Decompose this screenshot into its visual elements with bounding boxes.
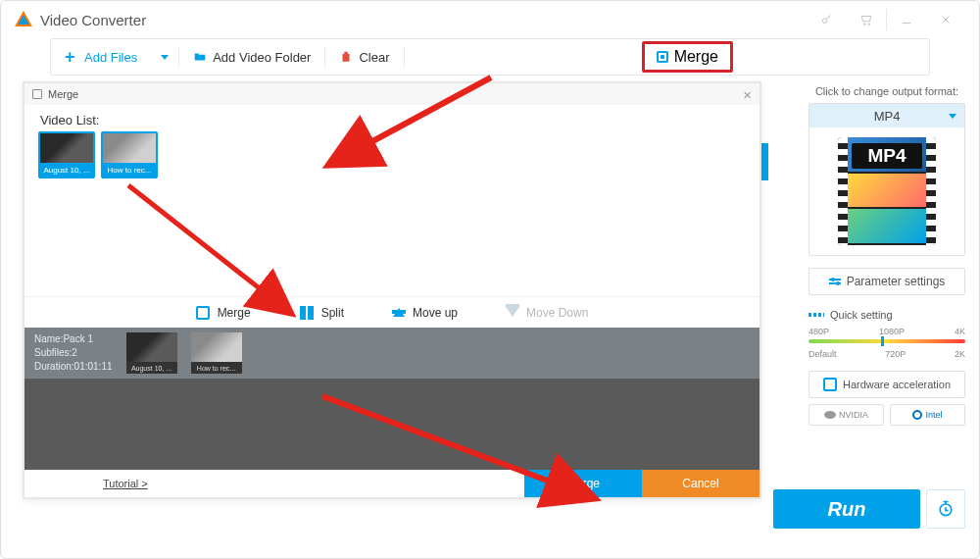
add-folder-label: Add Video Folder [213,50,311,65]
chevron-down-icon [949,114,956,119]
app-title: Video Converter [40,12,146,28]
video-list-area: August 10, ... How to rec... [24,131,760,296]
add-files-label: Add Files [84,50,137,65]
titlebar: Video Converter [1,1,979,38]
svg-point-0 [822,19,827,24]
clear-button[interactable]: Clear [325,39,403,75]
merge-icon-small [32,89,42,99]
param-label: Parameter settings [847,275,946,288]
merge-dialog: Merge × Video List: August 10, ... How t… [23,81,761,499]
schedule-button[interactable] [926,489,965,529]
hw-label: Hardware acceleration [843,379,951,390]
minimize-icon[interactable] [887,1,926,38]
format-name: MP4 [874,109,901,124]
trash-icon [339,50,353,64]
format-header[interactable]: MP4 [809,104,964,127]
run-button[interactable]: Run [773,489,920,529]
chip-icon [823,378,837,391]
thumbnail-image [103,133,156,163]
intel-icon [912,410,922,420]
pack-info: Name:Pack 1 Subfiles:2 Duration:01:01:11 [34,332,113,374]
app-logo-icon [15,11,32,28]
pack-thumb[interactable]: How to rec... [191,332,242,374]
dialog-close-icon[interactable]: × [743,86,752,103]
video-list-label: Video List: [24,105,760,131]
cart-icon[interactable] [847,1,886,38]
format-thumbnail: MP4 [809,127,964,255]
merge-button-highlighted[interactable]: Merge [642,41,733,73]
resolution-row-1: 480P1080P4K [808,327,965,336]
gpu-nvidia[interactable]: NVIDIA [808,404,884,426]
video-thumb[interactable]: August 10, ... [38,131,95,178]
key-icon[interactable] [808,1,847,38]
action-split[interactable]: Split [300,306,344,320]
hardware-accel-button[interactable]: Hardware acceleration [808,371,965,398]
clear-label: Clear [359,50,389,65]
resolution-row-2: Default720P2K [808,349,965,359]
add-video-folder-button[interactable]: Add Video Folder [179,39,324,75]
parameter-settings-button[interactable]: Parameter settings [808,268,965,295]
tutorial-link[interactable]: Tutorial > [103,478,148,489]
thumbnail-image [191,332,242,362]
pack-thumb-caption: August 10, ... [126,362,177,374]
gpu-intel[interactable]: Intel [890,404,965,426]
pack-area: Name:Pack 1 Subfiles:2 Duration:01:01:11… [24,328,760,470]
arrow-down-icon [507,308,518,317]
add-files-dropdown-icon[interactable] [161,55,169,60]
merge-icon [196,306,210,320]
output-format-panel: Click to change output format: MP4 MP4 P… [808,85,965,426]
thumb-caption: How to rec... [103,163,156,177]
action-move-down: Move Down [507,306,588,320]
nvidia-icon [824,411,836,419]
bottom-bar: Run [773,489,965,529]
film-mp4-label: MP4 [852,143,922,169]
merge-icon [657,51,668,63]
footer-merge-button[interactable]: Merge [524,470,642,497]
pack-thumb[interactable]: August 10, ... [126,332,177,374]
folder-icon [193,50,207,64]
change-format-label: Click to change output format: [808,85,965,97]
sliders-icon [829,279,841,284]
pack-strip[interactable]: Name:Pack 1 Subfiles:2 Duration:01:01:11… [24,328,760,379]
dialog-footer: Tutorial > Merge Cancel [24,470,760,497]
dialog-action-bar: Merge Split Move up Move Down [24,296,760,328]
action-move-up[interactable]: Move up [393,306,458,320]
decorative-stripe [760,143,768,180]
quick-setting-label: Quick setting [808,309,965,321]
split-icon [300,306,314,320]
dialog-titlebar: Merge × [24,83,760,105]
dialog-title: Merge [48,88,78,100]
footer-cancel-button[interactable]: Cancel [642,470,760,497]
format-selector[interactable]: MP4 MP4 [808,103,965,256]
thumbnail-image [40,133,93,163]
thumb-caption: August 10, ... [40,163,93,177]
merge-label: Merge [674,48,718,66]
gpu-selector: NVIDIA Intel [808,404,965,426]
quality-slider[interactable] [808,339,965,343]
main-toolbar: + Add Files Add Video Folder Clear Merge [50,38,930,76]
svg-point-2 [868,24,870,25]
thumbnail-image [126,332,177,362]
pack-thumb-caption: How to rec... [191,362,242,374]
arrow-up-icon [393,308,405,317]
plus-icon: + [65,50,78,64]
svg-point-1 [863,24,865,25]
action-merge[interactable]: Merge [196,306,251,320]
add-files-button[interactable]: + Add Files [51,39,151,75]
video-thumb[interactable]: How to rec... [101,131,158,178]
clock-icon [936,499,956,519]
close-icon[interactable] [926,1,965,38]
